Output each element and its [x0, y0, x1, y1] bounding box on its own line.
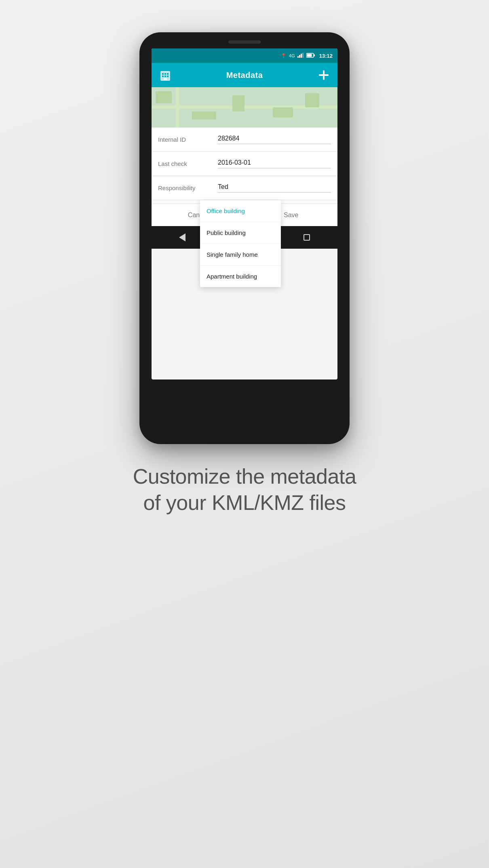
svg-rect-10 — [167, 73, 169, 75]
location-icon: 📍 — [281, 53, 287, 59]
battery-icon — [306, 53, 315, 59]
dropdown-option-apartment[interactable]: Apartment building — [200, 266, 281, 287]
svg-rect-14 — [164, 78, 167, 80]
svg-rect-17 — [319, 74, 329, 76]
internal-id-row: Internal ID 282684 — [152, 128, 337, 152]
map-block-4 — [273, 107, 293, 117]
responsibility-row: Responsibility Ted — [152, 176, 337, 200]
toolbar-title: Metadata — [226, 71, 263, 80]
dropdown-option-public[interactable]: Public building — [200, 222, 281, 244]
map-road-v — [176, 87, 179, 128]
svg-rect-13 — [167, 75, 169, 77]
add-icon[interactable] — [316, 68, 331, 82]
signal-icon — [297, 53, 304, 59]
last-check-value[interactable]: 2016-03-01 — [218, 159, 331, 168]
svg-rect-2 — [301, 54, 302, 58]
dropdown-option-office[interactable]: Office building — [200, 200, 281, 222]
map-block-3 — [232, 95, 244, 111]
svg-rect-1 — [299, 55, 300, 58]
status-bar: 📍 4G 13:12 — [152, 48, 337, 63]
caption-line2: of your KML/KMZ files — [143, 491, 346, 514]
form-area: Internal ID 282684 Last check 2016-03-01… — [152, 128, 337, 249]
map-background — [152, 87, 337, 128]
map-block-1 — [156, 91, 172, 103]
phone-bottom — [139, 379, 350, 404]
svg-rect-12 — [164, 75, 166, 77]
caption-area: Customize the metadata of your KML/KMZ f… — [109, 463, 381, 516]
responsibility-value[interactable]: Ted — [218, 183, 331, 193]
svg-rect-5 — [314, 55, 315, 57]
responsibility-label: Responsibility — [158, 185, 215, 191]
app-toolbar: Metadata — [152, 63, 337, 87]
svg-rect-8 — [162, 73, 164, 75]
svg-rect-0 — [297, 56, 299, 58]
type-dropdown[interactable]: Office building Public building Single f… — [200, 200, 281, 287]
map-block-2 — [192, 111, 216, 120]
internal-id-label: Internal ID — [158, 136, 215, 143]
svg-rect-11 — [162, 75, 164, 77]
nav-recents-button[interactable] — [304, 234, 310, 241]
caption-text: Customize the metadata of your KML/KMZ f… — [133, 463, 356, 516]
page-background: 📍 4G 13:12 — [0, 0, 489, 868]
svg-rect-9 — [164, 73, 166, 75]
internal-id-value[interactable]: 282684 — [218, 135, 331, 144]
last-check-row: Last check 2016-03-01 — [152, 152, 337, 176]
svg-rect-6 — [307, 54, 312, 57]
status-time: 13:12 — [319, 53, 333, 59]
4g-icon: 4G — [289, 53, 295, 58]
dropdown-option-single[interactable]: Single family home — [200, 244, 281, 266]
last-check-label: Last check — [158, 160, 215, 167]
map-block-5 — [305, 93, 319, 107]
phone-screen: 📍 4G 13:12 — [152, 48, 337, 379]
phone-speaker — [228, 40, 261, 44]
phone-shell: 📍 4G 13:12 — [139, 32, 350, 444]
building-icon — [158, 68, 173, 82]
caption-line1: Customize the metadata — [133, 465, 356, 488]
nav-back-button[interactable] — [179, 233, 185, 241]
svg-rect-3 — [302, 53, 304, 58]
